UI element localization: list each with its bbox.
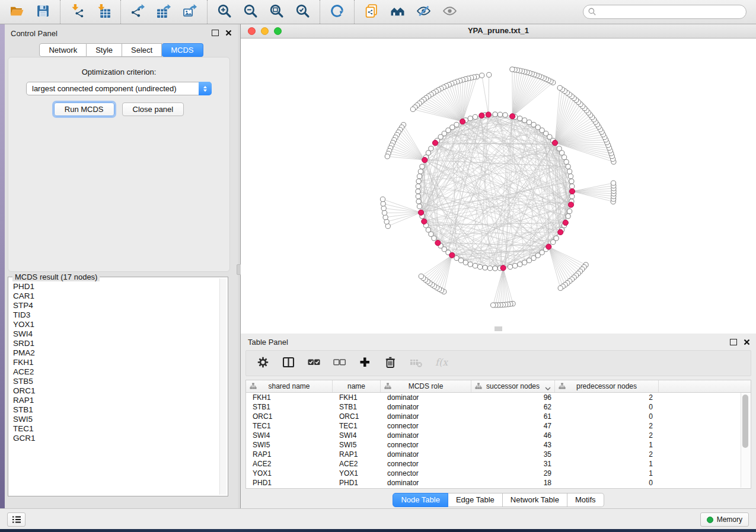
network-canvas[interactable] — [241, 39, 756, 334]
mcds-result-item[interactable]: RAP1 — [13, 396, 219, 405]
float-table-panel-icon[interactable] — [730, 339, 737, 345]
zoom-fit-button[interactable] — [269, 4, 285, 20]
mcds-node[interactable] — [558, 229, 563, 235]
show-all-button[interactable] — [442, 4, 458, 20]
criterion-select[interactable]: largest connected component (undirected) — [26, 82, 212, 95]
export-image-button[interactable] — [182, 4, 198, 20]
mcds-result-item[interactable]: PMA2 — [13, 348, 219, 358]
tab-network-table[interactable]: Network Table — [503, 493, 567, 507]
first-neighbors-button[interactable] — [390, 4, 406, 20]
save-button[interactable] — [35, 4, 51, 20]
column-header-shared-name[interactable]: shared name — [246, 380, 333, 392]
export-network-button[interactable] — [130, 4, 146, 20]
cell: 96 — [471, 393, 555, 402]
mcds-result-item[interactable]: TID3 — [13, 310, 219, 320]
column-header-MCDS-role[interactable]: MCDS role — [381, 380, 471, 392]
maximize-window-icon[interactable] — [274, 27, 282, 35]
mcds-node[interactable] — [486, 112, 491, 117]
mcds-node[interactable] — [449, 252, 455, 258]
memory-button[interactable]: Memory — [700, 512, 749, 527]
add-row-button[interactable] — [357, 355, 372, 371]
run-mcds-button[interactable]: Run MCDS — [54, 102, 114, 116]
tab-node-table[interactable]: Node Table — [393, 493, 448, 507]
table-row[interactable]: ORC1ORC1dominator610 — [246, 412, 751, 421]
select-all-button[interactable] — [306, 355, 321, 371]
table-options-button[interactable] — [255, 355, 270, 371]
mcds-result-item[interactable]: ACE2 — [13, 367, 219, 377]
close-window-icon[interactable] — [248, 27, 256, 35]
column-header-successor-nodes[interactable]: successor nodes — [471, 380, 555, 392]
close-panel-icon[interactable] — [225, 30, 232, 36]
clone-network-button[interactable] — [363, 4, 379, 20]
mcds-result-item[interactable]: GCR1 — [13, 434, 219, 443]
mcds-result-item[interactable]: STB5 — [13, 377, 219, 386]
mcds-result-item[interactable]: SRD1 — [13, 339, 219, 348]
hide-selected-button[interactable] — [416, 4, 432, 20]
task-history-button[interactable] — [7, 512, 25, 527]
table-row[interactable]: PHD1PHD1dominator180 — [246, 478, 751, 488]
table-row[interactable]: ACE2ACE2connector311 — [246, 459, 751, 469]
table-row[interactable]: SWI4SWI4dominator462 — [246, 431, 751, 440]
tab-select[interactable]: Select — [122, 43, 162, 57]
mcds-node[interactable] — [552, 140, 557, 146]
tab-mcds[interactable]: MCDS — [162, 43, 203, 57]
mcds-node[interactable] — [422, 158, 428, 163]
table-scrollbar-thumb[interactable] — [742, 395, 748, 448]
column-header-predecessor-nodes[interactable]: predecessor nodes — [555, 380, 659, 392]
mcds-node[interactable] — [418, 210, 423, 215]
table-row[interactable]: SWI5SWI5connector431 — [246, 440, 751, 450]
float-panel-icon[interactable] — [212, 30, 219, 36]
mcds-node[interactable] — [569, 188, 575, 194]
mcds-node[interactable] — [435, 240, 441, 245]
mcds-result-item[interactable]: SWI4 — [13, 329, 219, 339]
mcds-node[interactable] — [460, 119, 465, 124]
tab-network[interactable]: Network — [39, 43, 87, 57]
table-scrollbar[interactable] — [741, 393, 750, 488]
mcds-result-item[interactable]: PHD1 — [13, 282, 219, 291]
mcds-result-item[interactable]: CAR1 — [13, 291, 219, 301]
zoom-out-button[interactable] — [243, 4, 259, 20]
mcds-result-item[interactable]: ORC1 — [13, 386, 219, 396]
close-table-panel-icon[interactable] — [744, 339, 750, 345]
export-table-button[interactable] — [156, 4, 172, 20]
mcds-result-list[interactable]: PHD1CAR1STP4TID3YOX1SWI4SRD1PMA2FKH1ACE2… — [9, 278, 219, 495]
horizontal-splitter-handle[interactable] — [495, 326, 502, 331]
table-row[interactable]: STB1STB1dominator620 — [246, 402, 751, 412]
mcds-result-item[interactable]: YOX1 — [13, 320, 219, 329]
minimize-window-icon[interactable] — [261, 27, 269, 35]
select-all-icon — [307, 355, 321, 371]
import-table-button[interactable] — [95, 4, 111, 20]
tab-style[interactable]: Style — [87, 43, 122, 57]
tab-edge-table[interactable]: Edge Table — [448, 493, 503, 507]
column-header-name[interactable]: name — [333, 380, 381, 392]
mcds-node[interactable] — [422, 219, 427, 224]
mcds-node[interactable] — [568, 202, 573, 207]
mcds-result-item[interactable]: SWI5 — [13, 415, 219, 424]
import-network-button[interactable] — [69, 4, 85, 20]
show-columns-button[interactable] — [280, 355, 296, 371]
table-row[interactable]: RAP1RAP1dominator352 — [246, 450, 751, 459]
delete-row-button[interactable] — [382, 355, 398, 371]
tab-motifs[interactable]: Motifs — [567, 493, 604, 507]
table-row[interactable]: FKH1FKH1dominator962 — [246, 393, 751, 402]
mcds-list-scrollbar[interactable] — [219, 278, 227, 495]
mcds-result-item[interactable]: FKH1 — [13, 358, 219, 367]
table-row[interactable]: YOX1YOX1connector291 — [246, 469, 751, 478]
mcds-node[interactable] — [510, 114, 515, 119]
open-folder-button[interactable] — [9, 4, 25, 20]
mcds-node[interactable] — [563, 220, 568, 225]
mcds-result-item[interactable]: TEC1 — [13, 424, 219, 434]
mcds-node[interactable] — [546, 244, 551, 249]
zoom-selected-button[interactable] — [295, 4, 311, 20]
close-panel-button[interactable]: Close panel — [122, 102, 184, 116]
mcds-result-item[interactable]: STB1 — [13, 405, 219, 415]
mcds-node[interactable] — [500, 265, 506, 271]
table-row[interactable]: TEC1TEC1connector472 — [246, 421, 751, 431]
zoom-in-button[interactable] — [216, 4, 232, 20]
search-input[interactable] — [583, 5, 747, 19]
deselect-all-button[interactable] — [331, 355, 347, 371]
mcds-node[interactable] — [479, 113, 484, 118]
refresh-button[interactable] — [329, 4, 345, 20]
mcds-node[interactable] — [432, 140, 438, 146]
mcds-result-item[interactable]: STP4 — [13, 301, 219, 310]
